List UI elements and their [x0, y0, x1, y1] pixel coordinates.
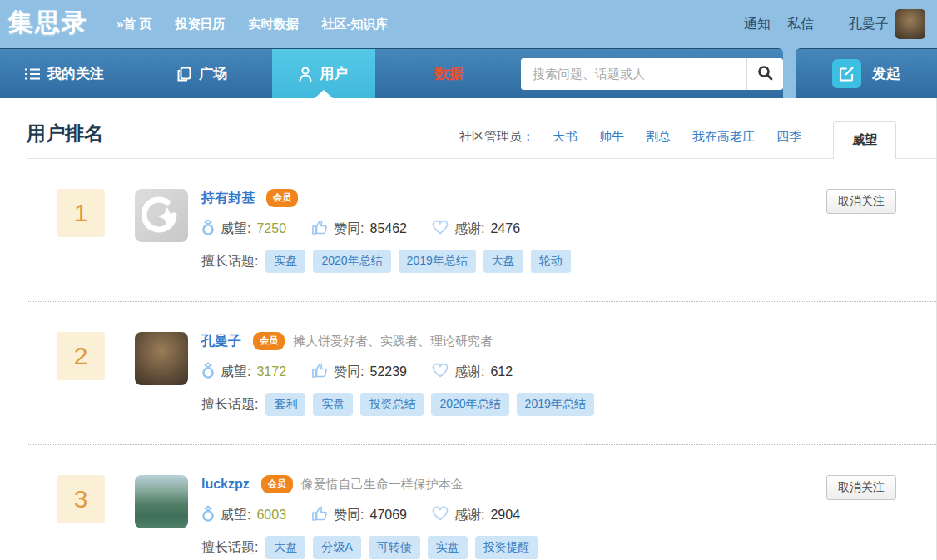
avatar[interactable] — [135, 189, 188, 242]
rank-badge: 3 — [57, 475, 105, 523]
nav-realtime-data[interactable]: 实时数据 — [249, 17, 299, 32]
active-tab-pointer — [315, 90, 333, 98]
agree-label: 赞同: — [334, 364, 364, 381]
thanks-label: 感谢: — [454, 364, 484, 381]
username-link[interactable]: 持有封基 — [201, 190, 255, 207]
ring-icon — [201, 219, 215, 240]
topics-label: 擅长话题: — [201, 539, 258, 557]
topics-row: 擅长话题: 大盘 分级A 可转债 实盘 投资提醒 — [201, 536, 538, 559]
avatar[interactable] — [135, 332, 188, 385]
topic-pill[interactable]: 投资总结 — [360, 393, 424, 416]
thumbs-up-icon — [311, 505, 328, 525]
nav-home[interactable]: »首 页 — [117, 17, 152, 32]
thumbs-up-icon — [311, 219, 328, 239]
user-info: 持有封基 会员 威望: 7250 赞同: 85462 感谢: 2476 — [201, 189, 571, 273]
topic-pill[interactable]: 实盘 — [428, 536, 468, 559]
admin-link[interactable]: 天书 — [553, 129, 578, 145]
admin-link[interactable]: 我在高老庄 — [692, 129, 755, 145]
current-user[interactable]: 孔曼子 — [849, 9, 925, 39]
thanks-value: 612 — [490, 364, 513, 379]
topic-pill[interactable]: 分级A — [313, 536, 360, 559]
topic-pill[interactable]: 2019年总结 — [517, 393, 594, 416]
rank-badge: 1 — [57, 189, 105, 237]
tab-data[interactable]: 数据 — [409, 49, 489, 98]
ring-icon — [201, 505, 215, 526]
user-stats: 威望: 6003 赞同: 47069 感谢: 2904 — [201, 506, 538, 524]
site-logo[interactable]: 集思录 — [8, 6, 88, 40]
unfollow-button[interactable]: 取消关注 — [826, 189, 896, 214]
search-input[interactable] — [521, 58, 746, 90]
tab-prestige-sort[interactable]: 威望 — [833, 121, 896, 159]
thanks-stat: 感谢: 612 — [432, 363, 513, 381]
tab-my-follow-label: 我的关注 — [47, 64, 104, 83]
row-actions: 取消关注 — [826, 475, 896, 500]
user-info: luckzpz 会员 像爱惜自己生命一样保护本金 威望: 6003 赞同: 47… — [201, 475, 538, 559]
topic-pill[interactable]: 投资提醒 — [475, 536, 538, 559]
tab-plaza[interactable]: 广场 — [161, 49, 242, 98]
avatar[interactable] — [135, 475, 188, 528]
prestige-stat: 威望: 3172 — [201, 362, 286, 383]
thanks-value: 2476 — [490, 221, 520, 236]
unfollow-button[interactable]: 取消关注 — [826, 475, 896, 500]
tab-data-label: 数据 — [434, 64, 463, 83]
user-row: 1 持有封基 会员 威望: 7250 赞同: 85462 — [27, 159, 936, 302]
admin-link[interactable]: 割总 — [646, 129, 671, 145]
admin-link[interactable]: 四季 — [776, 129, 801, 145]
topic-pill[interactable]: 轮动 — [531, 250, 571, 273]
username-link[interactable]: luckzpz — [201, 477, 250, 492]
search-icon — [757, 65, 773, 83]
tab-my-follow[interactable]: 我的关注 — [0, 49, 128, 98]
user-signature: 摊大饼爱好者、实践者、理论研究者 — [293, 334, 493, 349]
prestige-stat: 威望: 7250 — [201, 219, 286, 240]
prestige-label: 威望: — [221, 364, 250, 381]
thanks-label: 感谢: — [454, 507, 484, 524]
prestige-value: 6003 — [256, 508, 286, 523]
main-nav-row: 我的关注 广场 用户 数据 — [0, 48, 937, 98]
page-header: 用户排名 社区管理员： 天书 帅牛 割总 我在高老庄 四季 威望 — [27, 98, 936, 158]
user-signature: 像爱惜自己生命一样保护本金 — [301, 477, 464, 493]
tab-users-active[interactable]: 用户 — [272, 49, 375, 98]
username-link[interactable]: 孔曼子 — [201, 333, 241, 350]
heart-icon — [432, 363, 449, 381]
nav-calendar[interactable]: 投资日历 — [176, 17, 226, 32]
admin-link[interactable]: 帅牛 — [599, 129, 624, 145]
user-info: 孔曼子 会员 摊大饼爱好者、实践者、理论研究者 威望: 3172 赞同: 522… — [201, 332, 594, 416]
prestige-value: 7250 — [256, 221, 286, 236]
current-user-avatar[interactable] — [895, 9, 925, 39]
thanks-stat: 感谢: 2904 — [432, 506, 520, 524]
user-stats: 威望: 3172 赞同: 52239 感谢: 612 — [201, 363, 594, 381]
prestige-value: 3172 — [256, 364, 286, 379]
agree-stat: 赞同: 52239 — [311, 362, 407, 382]
search-button[interactable] — [746, 58, 783, 90]
topic-pill[interactable]: 实盘 — [313, 393, 353, 416]
prestige-label: 威望: — [221, 507, 250, 524]
notifications-link[interactable]: 通知 — [744, 16, 771, 33]
user-row: 3 luckzpz 会员 像爱惜自己生命一样保护本金 威望: 6003 赞同: … — [27, 445, 936, 560]
topic-pill[interactable]: 实盘 — [265, 250, 305, 273]
topic-pill[interactable]: 大盘 — [483, 250, 523, 273]
topic-pill[interactable]: 套利 — [265, 393, 305, 416]
page-title: 用户排名 — [27, 121, 103, 146]
topic-pill[interactable]: 可转债 — [369, 536, 420, 559]
agree-value: 85462 — [370, 221, 408, 236]
row-actions: 取消关注 — [826, 189, 896, 214]
member-badge: 会员 — [253, 332, 285, 350]
topic-pill[interactable]: 2019年总结 — [399, 250, 476, 273]
nav-community-wiki[interactable]: 社区-知识库 — [322, 17, 389, 32]
top-bar-right: 通知 私信 孔曼子 — [744, 9, 925, 39]
current-user-name[interactable]: 孔曼子 — [849, 16, 889, 33]
side-nav: 发起 — [796, 48, 937, 98]
publish-label: 发起 — [872, 64, 900, 83]
publish-button[interactable]: 发起 — [832, 59, 900, 88]
messages-link[interactable]: 私信 — [787, 16, 814, 33]
search-box — [521, 58, 783, 90]
member-badge: 会员 — [261, 475, 293, 493]
agree-label: 赞同: — [334, 507, 364, 524]
topic-pill[interactable]: 2020年总结 — [313, 250, 390, 273]
compose-icon — [832, 59, 861, 88]
topic-pill[interactable]: 2020年总结 — [431, 393, 508, 416]
prestige-stat: 威望: 6003 — [201, 505, 286, 526]
member-badge: 会员 — [266, 189, 298, 207]
thanks-label: 感谢: — [454, 221, 484, 238]
topic-pill[interactable]: 大盘 — [265, 536, 305, 559]
